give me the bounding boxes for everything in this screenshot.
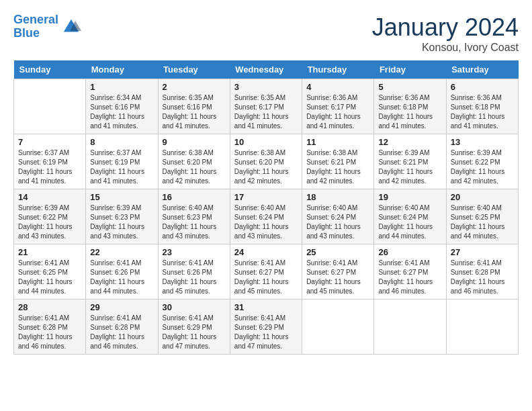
title-block: January 2024 Konsou, Ivory Coast xyxy=(372,13,519,54)
day-number: 22 xyxy=(90,247,153,257)
day-number: 18 xyxy=(306,192,369,202)
day-info: Sunrise: 6:41 AM Sunset: 6:28 PM Dayligh… xyxy=(90,314,153,351)
day-info: Sunrise: 6:40 AM Sunset: 6:23 PM Dayligh… xyxy=(163,203,226,241)
weekday-header-friday: Friday xyxy=(374,60,446,79)
day-info: Sunrise: 6:40 AM Sunset: 6:24 PM Dayligh… xyxy=(234,203,298,241)
calendar-cell: 7Sunrise: 6:37 AM Sunset: 6:19 PM Daylig… xyxy=(14,134,86,189)
day-number: 11 xyxy=(306,137,369,147)
day-info: Sunrise: 6:41 AM Sunset: 6:29 PM Dayligh… xyxy=(163,314,226,351)
day-info: Sunrise: 6:41 AM Sunset: 6:26 PM Dayligh… xyxy=(90,259,153,296)
calendar-cell xyxy=(302,300,374,355)
day-number: 3 xyxy=(234,82,298,92)
day-number: 14 xyxy=(18,192,81,202)
calendar-cell: 29Sunrise: 6:41 AM Sunset: 6:28 PM Dayli… xyxy=(86,300,158,355)
calendar-cell: 13Sunrise: 6:39 AM Sunset: 6:22 PM Dayli… xyxy=(446,134,518,189)
day-info: Sunrise: 6:35 AM Sunset: 6:17 PM Dayligh… xyxy=(234,93,298,131)
day-number: 2 xyxy=(163,82,226,92)
day-number: 13 xyxy=(451,137,514,147)
day-info: Sunrise: 6:39 AM Sunset: 6:23 PM Dayligh… xyxy=(90,203,153,241)
calendar-cell: 4Sunrise: 6:36 AM Sunset: 6:17 PM Daylig… xyxy=(302,79,374,134)
day-info: Sunrise: 6:41 AM Sunset: 6:29 PM Dayligh… xyxy=(234,314,298,351)
day-info: Sunrise: 6:41 AM Sunset: 6:26 PM Dayligh… xyxy=(163,259,226,296)
day-info: Sunrise: 6:40 AM Sunset: 6:24 PM Dayligh… xyxy=(378,203,441,241)
day-info: Sunrise: 6:39 AM Sunset: 6:22 PM Dayligh… xyxy=(18,203,81,241)
calendar-cell: 14Sunrise: 6:39 AM Sunset: 6:22 PM Dayli… xyxy=(14,189,86,244)
day-number: 23 xyxy=(163,247,226,257)
day-info: Sunrise: 6:36 AM Sunset: 6:18 PM Dayligh… xyxy=(378,93,441,131)
day-info: Sunrise: 6:38 AM Sunset: 6:20 PM Dayligh… xyxy=(163,148,226,186)
calendar-cell: 26Sunrise: 6:41 AM Sunset: 6:27 PM Dayli… xyxy=(374,244,446,300)
calendar-cell: 17Sunrise: 6:40 AM Sunset: 6:24 PM Dayli… xyxy=(230,189,302,244)
page-header: GeneralBlue January 2024 Konsou, Ivory C… xyxy=(13,13,519,54)
day-info: Sunrise: 6:41 AM Sunset: 6:27 PM Dayligh… xyxy=(378,259,441,296)
day-number: 1 xyxy=(90,82,153,92)
calendar-cell: 23Sunrise: 6:41 AM Sunset: 6:26 PM Dayli… xyxy=(158,244,230,300)
day-number: 9 xyxy=(163,137,226,147)
day-number: 20 xyxy=(451,192,514,202)
calendar-cell: 18Sunrise: 6:40 AM Sunset: 6:24 PM Dayli… xyxy=(302,189,374,244)
calendar-cell: 20Sunrise: 6:40 AM Sunset: 6:25 PM Dayli… xyxy=(446,189,518,244)
day-number: 25 xyxy=(306,247,369,257)
calendar-cell: 11Sunrise: 6:38 AM Sunset: 6:21 PM Dayli… xyxy=(302,134,374,189)
day-info: Sunrise: 6:37 AM Sunset: 6:19 PM Dayligh… xyxy=(18,148,81,186)
location: Konsou, Ivory Coast xyxy=(372,42,519,54)
day-info: Sunrise: 6:38 AM Sunset: 6:21 PM Dayligh… xyxy=(306,148,369,186)
calendar-cell: 22Sunrise: 6:41 AM Sunset: 6:26 PM Dayli… xyxy=(86,244,158,300)
day-number: 10 xyxy=(234,137,298,147)
month-title: January 2024 xyxy=(372,13,519,42)
calendar-cell: 5Sunrise: 6:36 AM Sunset: 6:18 PM Daylig… xyxy=(374,79,446,134)
day-number: 28 xyxy=(18,302,81,312)
calendar-cell xyxy=(14,79,86,134)
calendar-cell: 3Sunrise: 6:35 AM Sunset: 6:17 PM Daylig… xyxy=(230,79,302,134)
calendar-cell: 8Sunrise: 6:37 AM Sunset: 6:19 PM Daylig… xyxy=(86,134,158,189)
day-info: Sunrise: 6:36 AM Sunset: 6:18 PM Dayligh… xyxy=(451,93,514,131)
weekday-header-sunday: Sunday xyxy=(14,60,86,79)
day-number: 4 xyxy=(306,82,369,92)
calendar-cell: 12Sunrise: 6:39 AM Sunset: 6:21 PM Dayli… xyxy=(374,134,446,189)
calendar-cell xyxy=(446,300,518,355)
day-number: 29 xyxy=(90,302,153,312)
day-number: 7 xyxy=(18,137,81,147)
day-number: 30 xyxy=(163,302,226,312)
day-number: 24 xyxy=(234,247,298,257)
day-number: 19 xyxy=(378,192,441,202)
calendar-cell: 2Sunrise: 6:35 AM Sunset: 6:16 PM Daylig… xyxy=(158,79,230,134)
day-number: 26 xyxy=(378,247,441,257)
weekday-header-saturday: Saturday xyxy=(446,60,518,79)
day-number: 27 xyxy=(451,247,514,257)
calendar-cell: 1Sunrise: 6:34 AM Sunset: 6:16 PM Daylig… xyxy=(86,79,158,134)
calendar-cell: 9Sunrise: 6:38 AM Sunset: 6:20 PM Daylig… xyxy=(158,134,230,189)
day-info: Sunrise: 6:35 AM Sunset: 6:16 PM Dayligh… xyxy=(163,93,226,131)
weekday-header-wednesday: Wednesday xyxy=(230,60,302,79)
day-info: Sunrise: 6:41 AM Sunset: 6:28 PM Dayligh… xyxy=(18,314,81,351)
day-number: 31 xyxy=(234,302,298,312)
day-number: 16 xyxy=(163,192,226,202)
day-info: Sunrise: 6:37 AM Sunset: 6:19 PM Dayligh… xyxy=(90,148,153,186)
day-info: Sunrise: 6:34 AM Sunset: 6:16 PM Dayligh… xyxy=(90,93,153,131)
calendar-cell: 21Sunrise: 6:41 AM Sunset: 6:25 PM Dayli… xyxy=(14,244,86,300)
logo-icon xyxy=(61,17,81,37)
weekday-header-monday: Monday xyxy=(86,60,158,79)
logo-text: GeneralBlue xyxy=(13,13,58,40)
calendar-cell: 19Sunrise: 6:40 AM Sunset: 6:24 PM Dayli… xyxy=(374,189,446,244)
day-info: Sunrise: 6:39 AM Sunset: 6:21 PM Dayligh… xyxy=(378,148,441,186)
calendar-cell: 25Sunrise: 6:41 AM Sunset: 6:27 PM Dayli… xyxy=(302,244,374,300)
calendar-cell: 30Sunrise: 6:41 AM Sunset: 6:29 PM Dayli… xyxy=(158,300,230,355)
day-info: Sunrise: 6:39 AM Sunset: 6:22 PM Dayligh… xyxy=(451,148,514,186)
calendar-cell: 16Sunrise: 6:40 AM Sunset: 6:23 PM Dayli… xyxy=(158,189,230,244)
calendar-cell: 24Sunrise: 6:41 AM Sunset: 6:27 PM Dayli… xyxy=(230,244,302,300)
day-info: Sunrise: 6:41 AM Sunset: 6:27 PM Dayligh… xyxy=(234,259,298,296)
calendar-cell: 28Sunrise: 6:41 AM Sunset: 6:28 PM Dayli… xyxy=(14,300,86,355)
day-info: Sunrise: 6:41 AM Sunset: 6:27 PM Dayligh… xyxy=(306,259,369,296)
calendar-cell: 10Sunrise: 6:38 AM Sunset: 6:20 PM Dayli… xyxy=(230,134,302,189)
day-info: Sunrise: 6:36 AM Sunset: 6:17 PM Dayligh… xyxy=(306,93,369,131)
weekday-header-thursday: Thursday xyxy=(302,60,374,79)
calendar-cell: 31Sunrise: 6:41 AM Sunset: 6:29 PM Dayli… xyxy=(230,300,302,355)
day-info: Sunrise: 6:41 AM Sunset: 6:28 PM Dayligh… xyxy=(451,259,514,296)
calendar-table: SundayMondayTuesdayWednesdayThursdayFrid… xyxy=(13,60,519,355)
day-number: 5 xyxy=(378,82,441,92)
day-number: 21 xyxy=(18,247,81,257)
day-info: Sunrise: 6:41 AM Sunset: 6:25 PM Dayligh… xyxy=(18,259,81,296)
calendar-cell: 27Sunrise: 6:41 AM Sunset: 6:28 PM Dayli… xyxy=(446,244,518,300)
calendar-cell: 6Sunrise: 6:36 AM Sunset: 6:18 PM Daylig… xyxy=(446,79,518,134)
